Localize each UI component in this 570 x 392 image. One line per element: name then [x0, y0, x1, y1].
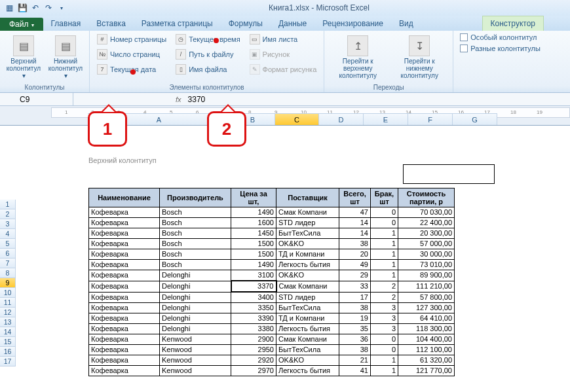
cell[interactable]: 1 — [371, 260, 398, 270]
cell[interactable]: 38 — [339, 345, 371, 355]
table-row[interactable]: КофеваркаBosch1490Легкость бытия49173 01… — [89, 260, 455, 270]
cell[interactable]: 3 — [371, 303, 398, 313]
cell[interactable]: 1 — [371, 239, 398, 249]
cell[interactable]: Легкость бытия — [276, 260, 339, 270]
cell[interactable]: Кофеварка — [89, 292, 160, 303]
table-row[interactable]: КофеваркаBosch1500ТД и Компани20130 000,… — [89, 249, 455, 260]
cell[interactable]: 1490 — [231, 207, 276, 218]
cell[interactable]: 57 800,00 — [398, 292, 455, 303]
cell[interactable]: 36 — [339, 334, 371, 345]
row-header[interactable]: 4 — [0, 229, 16, 239]
tab-view[interactable]: Вид — [391, 16, 421, 31]
cell[interactable]: Кофеварка — [89, 334, 160, 345]
cell[interactable]: STD лидер — [276, 218, 339, 228]
cell[interactable]: 73 010,00 — [398, 260, 455, 270]
cell[interactable]: Кофеварка — [89, 303, 160, 313]
cell[interactable]: ТД и Компани — [276, 313, 339, 324]
tab-designer[interactable]: Конструктор — [482, 16, 544, 31]
cell[interactable]: 1490 — [231, 260, 276, 270]
cell[interactable]: Bosch — [160, 260, 231, 270]
cell[interactable]: 1600 — [231, 218, 276, 228]
cell[interactable]: ТД и Компани — [276, 249, 339, 260]
cell[interactable]: 3370 — [231, 281, 276, 292]
col-header-g[interactable]: G — [453, 113, 497, 125]
cell[interactable]: 20 300,00 — [398, 228, 455, 239]
tab-insert[interactable]: Вставка — [88, 16, 134, 31]
cell[interactable]: Bosch — [160, 207, 231, 218]
row-header[interactable]: 7 — [0, 258, 16, 268]
cell[interactable]: 89 900,00 — [398, 270, 455, 281]
top-header-button[interactable]: ▤ Верхний колонтитул ▾ — [4, 32, 43, 82]
cell[interactable]: Легкость бытия — [276, 366, 339, 376]
cell[interactable]: 2950 — [231, 345, 276, 355]
cell[interactable]: 2900 — [231, 334, 276, 345]
table-row[interactable]: КофеваркаKenwood2920OK&KO21161 320,00 — [89, 355, 455, 366]
table-row[interactable]: КофеваркаDelonghi3390ТД и Компани19364 4… — [89, 313, 455, 324]
cell[interactable]: OK&KO — [276, 355, 339, 366]
cell[interactable]: 3 — [371, 313, 398, 324]
tab-review[interactable]: Рецензирование — [314, 16, 391, 31]
special-header-checkbox[interactable]: Особый колонтитул — [457, 32, 543, 43]
cell[interactable]: 38 — [339, 303, 371, 313]
cell[interactable]: 112 100,00 — [398, 345, 455, 355]
fx-icon[interactable]: fx — [172, 96, 185, 103]
cell[interactable]: Kenwood — [160, 366, 231, 376]
cell[interactable]: 1 — [371, 228, 398, 239]
row-header[interactable]: 15 — [0, 337, 16, 347]
cell[interactable]: 49 — [339, 260, 371, 270]
row-header[interactable]: 12 — [0, 308, 16, 317]
cell[interactable]: Delonghi — [160, 281, 231, 292]
row-header[interactable]: 17 — [0, 357, 16, 366]
table-row[interactable]: КофеваркаBosch1450БытТехСила14120 300,00 — [89, 228, 455, 239]
cell[interactable]: Кофеварка — [89, 218, 160, 228]
table-row[interactable]: КофеваркаDelonghi3100OK&KO29189 900,00 — [89, 270, 455, 281]
table-header[interactable]: Поставщик — [276, 188, 339, 207]
cell[interactable]: Bosch — [160, 218, 231, 228]
table-row[interactable]: КофеваркаKenwood2900Смак Компани360104 4… — [89, 334, 455, 345]
cell[interactable]: 30 000,00 — [398, 249, 455, 260]
cell[interactable]: 111 210,00 — [398, 281, 455, 292]
picture-button[interactable]: ▣Рисунок — [246, 47, 320, 62]
cell[interactable]: Delonghi — [160, 313, 231, 324]
row-header[interactable]: 8 — [0, 268, 16, 278]
cell[interactable]: 127 300,00 — [398, 303, 455, 313]
cell[interactable]: 1 — [371, 355, 398, 366]
cell[interactable]: 0 — [371, 334, 398, 345]
cell[interactable]: 41 — [339, 366, 371, 376]
cell[interactable]: 2970 — [231, 366, 276, 376]
cell[interactable]: 3 — [371, 324, 398, 334]
cell[interactable]: Bosch — [160, 228, 231, 239]
cell[interactable]: 22 400,00 — [398, 218, 455, 228]
cell[interactable]: Bosch — [160, 249, 231, 260]
row-header[interactable]: 9 — [0, 278, 16, 288]
qat-more-icon[interactable]: ▾ — [56, 2, 67, 14]
table-header[interactable]: Брак, шт — [371, 188, 398, 207]
cell[interactable]: Кофеварка — [89, 281, 160, 292]
cell[interactable]: Кофеварка — [89, 345, 160, 355]
sheet-name-button[interactable]: ▭Имя листа — [246, 32, 320, 46]
cell[interactable]: 1450 — [231, 228, 276, 239]
current-time-button[interactable]: ◷Текущее время — [172, 32, 243, 46]
cell[interactable]: 1500 — [231, 249, 276, 260]
row-header[interactable]: 14 — [0, 327, 16, 337]
cell[interactable]: Delonghi — [160, 270, 231, 281]
page-number-button[interactable]: #Номер страницы — [94, 32, 170, 46]
cell[interactable]: Delonghi — [160, 324, 231, 334]
cell[interactable]: 17 — [339, 292, 371, 303]
cell[interactable]: 118 300,00 — [398, 324, 455, 334]
table-header[interactable]: Производитель — [160, 188, 231, 207]
cell[interactable]: БытТехСила — [276, 345, 339, 355]
cell[interactable]: STD лидер — [276, 292, 339, 303]
cell[interactable]: Kenwood — [160, 355, 231, 366]
undo-icon[interactable]: ↶ — [29, 2, 41, 14]
cell[interactable]: Кофеварка — [89, 324, 160, 334]
cell[interactable]: 2 — [371, 281, 398, 292]
row-header[interactable]: 11 — [0, 298, 16, 308]
cell[interactable]: 3400 — [231, 292, 276, 303]
cell[interactable]: 104 400,00 — [398, 334, 455, 345]
cell[interactable]: Кофеварка — [89, 260, 160, 270]
row-header[interactable]: 16 — [0, 347, 16, 357]
table-row[interactable]: КофеваркаKenwood2970Легкость бытия411121… — [89, 366, 455, 376]
table-header[interactable]: Цена за шт, — [231, 188, 276, 207]
cell[interactable]: 33 — [339, 281, 371, 292]
